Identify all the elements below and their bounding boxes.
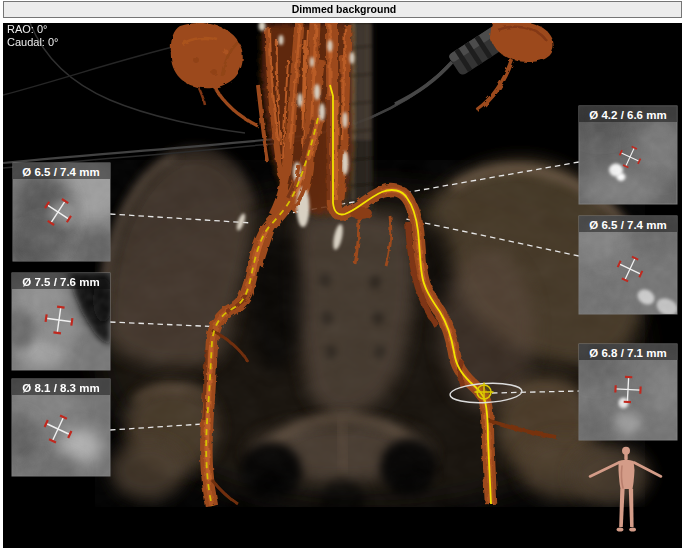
svg-text:Dimmed background: Dimmed background	[292, 3, 396, 15]
svg-text:Ø 8.1 / 8.3 mm: Ø 8.1 / 8.3 mm	[22, 382, 99, 394]
svg-text:Ø 6.8 / 7.1 mm: Ø 6.8 / 7.1 mm	[589, 347, 666, 359]
svg-text:Caudal: 0°: Caudal: 0°	[7, 36, 59, 48]
svg-text:Ø 4.2 / 6.6 mm: Ø 4.2 / 6.6 mm	[589, 109, 666, 121]
svg-text:Ø 7.5 / 7.6 mm: Ø 7.5 / 7.6 mm	[22, 276, 99, 288]
svg-text:Ø 6.5 / 7.4 mm: Ø 6.5 / 7.4 mm	[589, 219, 666, 231]
svg-text:RAO: 0°: RAO: 0°	[7, 23, 47, 35]
svg-text:Ø 6.5 / 7.4 mm: Ø 6.5 / 7.4 mm	[22, 166, 99, 178]
